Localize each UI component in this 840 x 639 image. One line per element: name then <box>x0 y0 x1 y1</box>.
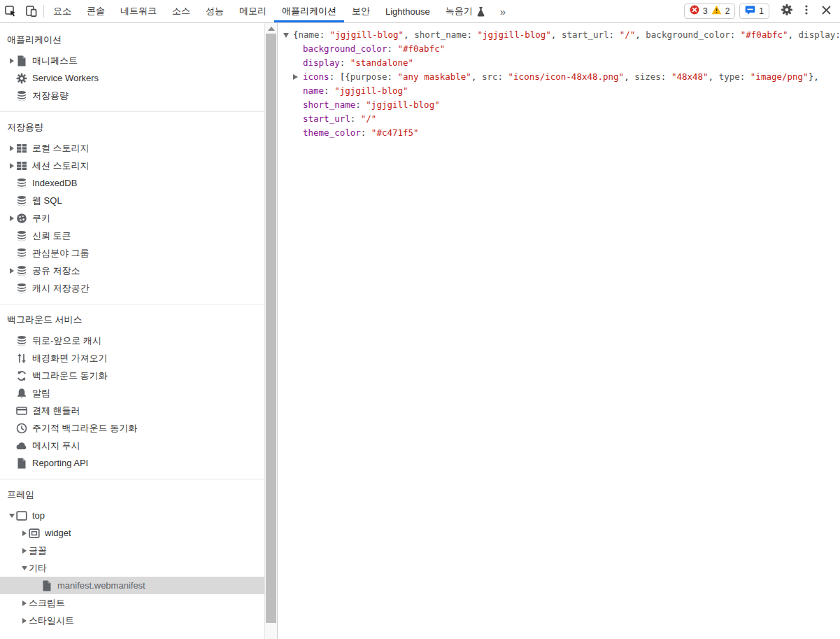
kebab-menu-icon <box>801 4 812 18</box>
issues-badge[interactable]: 1 <box>739 3 769 19</box>
json-tree-row: display: "standalone" <box>282 56 840 70</box>
sidebar-item-scripts[interactable]: 스크립트 <box>0 594 264 612</box>
tab-lighthouse[interactable]: Lighthouse <box>378 0 438 22</box>
chevron-right-icon[interactable] <box>7 216 16 221</box>
sidebar-scrollbar[interactable] <box>264 23 278 639</box>
tab-application[interactable]: 애플리케이션 <box>274 0 344 22</box>
more-options-button[interactable] <box>797 2 816 20</box>
tab-label: 애플리케이션 <box>282 5 336 17</box>
sidebar-item-shared-storage[interactable]: 공유 저장소 <box>0 262 264 279</box>
sidebar-item-label: 알림 <box>32 387 50 400</box>
tab-console[interactable]: 콘솔 <box>79 0 113 22</box>
sidebar-item-background-sync[interactable]: 백그라운드 동기화 <box>0 367 264 384</box>
chevron-down-icon[interactable] <box>7 514 16 518</box>
close-devtools-button[interactable] <box>816 2 836 20</box>
sidebar-item-indexeddb[interactable]: IndexedDB <box>0 174 264 192</box>
tab-label: 소스 <box>172 5 190 17</box>
document-icon <box>41 580 52 591</box>
json-line-text: background_color: "#f0abfc" <box>303 42 445 56</box>
sidebar-item-label: 배경화면 가져오기 <box>32 352 108 365</box>
issue-count: 1 <box>759 6 764 16</box>
tab-label: 요소 <box>53 5 71 17</box>
sidebar-item-fonts[interactable]: 글꼴 <box>0 542 264 559</box>
device-toolbar-button[interactable] <box>21 0 42 22</box>
sidebar-item-notifications[interactable]: 알림 <box>0 384 264 402</box>
console-errors-warnings-badge[interactable]: 3 2 <box>684 3 735 19</box>
sidebar-item-frame-widget[interactable]: widget <box>0 524 264 542</box>
sidebar-item-label: widget <box>45 528 71 538</box>
expand-arrow-down-icon[interactable] <box>283 33 293 38</box>
scrollbar-thumb[interactable] <box>266 34 276 623</box>
section-header: 저장용량 <box>0 113 264 139</box>
chevron-right-icon[interactable] <box>7 163 16 169</box>
sidebar-item-local-storage[interactable]: 로컬 스토리지 <box>0 139 264 157</box>
devtools-toolbar: 요소콘솔네트워크소스성능메모리애플리케이션보안Lighthouse녹음기 » 3 <box>0 0 840 23</box>
flask-icon <box>476 6 485 17</box>
sidebar-item-label: manifest.webmanifest <box>57 580 145 591</box>
chevron-right-icon[interactable] <box>7 58 16 64</box>
chevron-right-icon[interactable] <box>20 531 29 536</box>
sidebar-item-label: 스타일시트 <box>29 615 74 627</box>
tab-label: 콘솔 <box>87 5 105 17</box>
sidebar-item-label: 저장용량 <box>32 90 69 102</box>
sidebar-item-label: 결제 핸들러 <box>32 405 80 417</box>
sidebar-item-payment-handler[interactable]: 결제 핸들러 <box>0 402 264 419</box>
sidebar-item-manifest[interactable]: 매니페스트 <box>0 52 264 69</box>
chevron-right-icon[interactable] <box>20 601 29 606</box>
sidebar-item-background-fetch[interactable]: 배경화면 가져오기 <box>0 349 264 367</box>
tab-elements[interactable]: 요소 <box>45 0 79 22</box>
sidebar-item-trust-tokens[interactable]: 신뢰 토큰 <box>0 227 264 244</box>
sidebar-item-label: 로컬 스토리지 <box>32 142 90 155</box>
json-tree-row: {name: "jgjgill-blog", short_name: "jgjg… <box>282 28 840 42</box>
json-tree-row: name: "jgjgill-blog" <box>282 84 840 98</box>
sidebar-item-frame-top[interactable]: top <box>0 507 264 524</box>
database-icon <box>16 335 27 346</box>
sidebar-item-reporting-api[interactable]: Reporting API <box>0 454 264 472</box>
gear-icon <box>16 73 27 84</box>
tab-security[interactable]: 보안 <box>344 0 378 22</box>
sidebar-item-web-sql[interactable]: 웹 SQL <box>0 192 264 209</box>
tab-label: 네트워크 <box>120 5 157 17</box>
bell-icon <box>16 388 27 399</box>
inspect-cursor-icon <box>4 5 17 17</box>
sidebar-item-storage[interactable]: 저장용량 <box>0 87 264 104</box>
tab-memory[interactable]: 메모리 <box>232 0 274 22</box>
iframe-icon <box>29 528 40 539</box>
sidebar-item-interest-groups[interactable]: 관심분야 그룹 <box>0 244 264 262</box>
inspect-element-button[interactable] <box>0 0 21 22</box>
chevron-right-icon[interactable] <box>20 548 29 554</box>
sync-icon <box>16 370 27 381</box>
chevron-right-icon[interactable] <box>7 146 16 151</box>
tab-recorder[interactable]: 녹음기 <box>438 0 493 22</box>
sidebar-item-label: 메시지 푸시 <box>32 440 80 452</box>
sidebar-item-periodic-background-sync[interactable]: 주기적 백그라운드 동기화 <box>0 419 264 437</box>
sidebar-item-service-workers[interactable]: Service Workers <box>0 69 264 87</box>
device-toolbar-icon <box>25 5 38 17</box>
sidebar-item-cache-storage[interactable]: 캐시 저장공간 <box>0 279 264 297</box>
json-tree-row: start_url: "/" <box>282 112 840 126</box>
tab-sources[interactable]: 소스 <box>164 0 198 22</box>
chevron-right-icon[interactable] <box>20 618 29 624</box>
tab-network[interactable]: 네트워크 <box>113 0 164 22</box>
sidebar-item-label: 세션 스토리지 <box>32 160 90 172</box>
tab-performance[interactable]: 성능 <box>198 0 232 22</box>
section-header: 프레임 <box>0 481 264 507</box>
sidebar-item-cookies[interactable]: 쿠키 <box>0 209 264 227</box>
chevron-down-icon[interactable] <box>20 566 29 570</box>
sidebar-item-push-messaging[interactable]: 메시지 푸시 <box>0 437 264 454</box>
sidebar-item-manifest-webmanifest[interactable]: manifest.webmanifest <box>0 577 264 594</box>
sidebar-item-session-storage[interactable]: 세션 스토리지 <box>0 157 264 174</box>
sidebar-item-back-forward-cache[interactable]: 뒤로-앞으로 캐시 <box>0 332 264 349</box>
section-header: 애플리케이션 <box>0 26 264 52</box>
settings-button[interactable] <box>777 2 797 20</box>
chevron-right-icon[interactable] <box>7 268 16 274</box>
scroll-up-icon <box>268 27 275 31</box>
more-tabs-button[interactable]: » <box>493 0 513 22</box>
expand-arrow-right-icon[interactable] <box>293 74 303 80</box>
scrollbar-up-button[interactable] <box>265 23 277 34</box>
card-icon <box>16 405 27 416</box>
sidebar-item-stylesheets[interactable]: 스타일시트 <box>0 612 264 629</box>
gear-icon <box>781 3 793 19</box>
json-line-text: start_url: "/" <box>303 112 376 126</box>
sidebar-item-other[interactable]: 기타 <box>0 559 264 577</box>
